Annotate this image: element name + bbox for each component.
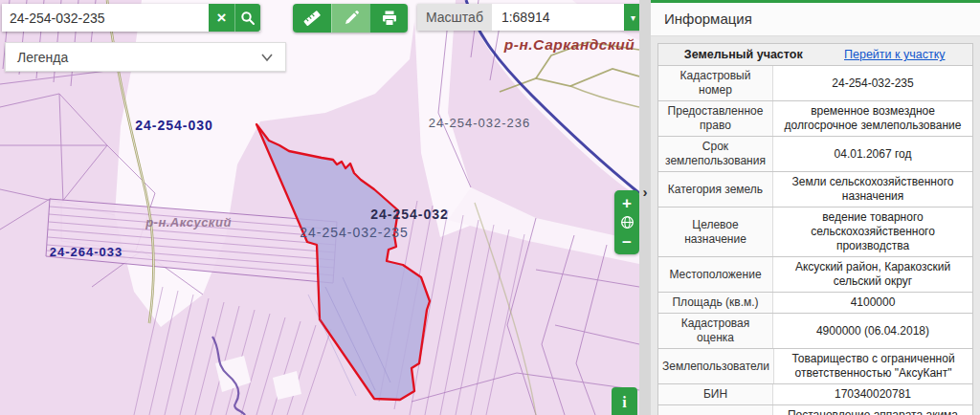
table-row: Основания возникновения Постановление ап… xyxy=(658,404,972,415)
row-value: Аксуский район, Каракозский сельский окр… xyxy=(773,257,972,292)
row-value: Товарищество с ограниченной ответственно… xyxy=(774,349,972,383)
map-label-district-aksuskiy: р-н.Аксуский xyxy=(145,215,232,229)
search-button[interactable] xyxy=(234,4,260,32)
land-plot-table: Земельный участок Перейти к участку Када… xyxy=(657,43,973,415)
zoom-in-button[interactable]: + xyxy=(614,193,639,212)
draw-button[interactable] xyxy=(331,4,369,33)
table-row: Кадастровая оценка 4900000 (06.04.2018) xyxy=(658,313,972,348)
table-row: БИН 170340020781 xyxy=(658,383,972,404)
table-row: Предоставленное право временное возмездн… xyxy=(658,100,972,136)
table-row: Площадь (кв.м.) 4100000 xyxy=(658,292,972,313)
ruler-icon xyxy=(302,9,322,28)
table-row: Категория земель Земли сельскохозяйствен… xyxy=(658,171,972,207)
row-value: ведение товарного сельскохозяйственного … xyxy=(773,208,972,256)
table-row: Местоположение Аксуский район, Каракозск… xyxy=(658,256,972,292)
scale-dropdown-button[interactable]: ▾ xyxy=(624,4,639,31)
close-icon: × xyxy=(217,10,227,26)
row-value: 170340020781 xyxy=(773,384,972,404)
row-value: 4900000 (06.04.2018) xyxy=(773,314,972,348)
map-area: р-н.Саркандский 24-254-030 24-254-032-23… xyxy=(0,0,639,415)
panel-collapse-button[interactable]: › xyxy=(639,182,651,203)
panel-body: Земельный участок Перейти к участку Када… xyxy=(651,36,980,415)
table-row: Кадастровый номер 24-254-032-235 xyxy=(658,65,972,100)
print-button[interactable] xyxy=(369,4,408,33)
info-button[interactable]: i xyxy=(612,387,637,415)
map-label-quarter-24-254-030: 24-254-030 xyxy=(135,118,213,133)
row-label: Кадастровая оценка xyxy=(658,314,773,348)
cadastral-map-app: р-н.Саркандский 24-254-030 24-254-032-23… xyxy=(0,0,980,415)
globe-button[interactable] xyxy=(614,213,639,232)
row-label: Целевое назначение xyxy=(658,208,773,256)
panel-divider: › xyxy=(639,0,651,415)
measure-button[interactable] xyxy=(293,4,331,33)
scale-value[interactable]: 1:68914 xyxy=(492,4,624,31)
row-value: временное возмездное долгосрочное землеп… xyxy=(773,101,972,136)
row-label: Предоставленное право xyxy=(658,101,773,136)
row-label: Кадастровый номер xyxy=(658,66,773,100)
map-toolbar xyxy=(293,4,408,33)
legend-label: Легенда xyxy=(17,50,68,65)
globe-icon xyxy=(620,215,635,229)
row-label: БИН xyxy=(658,384,773,404)
go-to-parcel-link[interactable]: Перейти к участку xyxy=(823,48,967,61)
printer-icon xyxy=(380,9,399,28)
row-value: 04.01.2067 год xyxy=(773,137,972,171)
map-label-district-sarkandskiy: р-н.Саркандский xyxy=(503,36,635,53)
row-value: 4100000 xyxy=(773,293,972,313)
table-row: Целевое назначение ведение товарного сел… xyxy=(658,207,972,256)
search-input[interactable] xyxy=(2,4,209,32)
zoom-out-button[interactable]: − xyxy=(614,232,639,251)
section-title: Земельный участок xyxy=(664,48,823,61)
map-label-quarter-24-254-032: 24-254-032 xyxy=(370,207,449,222)
table-row: Землепользователи Товарищество с огранич… xyxy=(658,348,972,383)
search-bar: × xyxy=(2,4,260,32)
scale-label: Масштаб xyxy=(417,4,492,31)
row-label: Землепользователи xyxy=(658,349,774,383)
clear-search-button[interactable]: × xyxy=(209,4,234,32)
map-label-quarter-24-254-032-236: 24-254-032-236 xyxy=(429,116,531,130)
table-row: Срок землепользования 04.01.2067 год xyxy=(658,136,972,171)
legend-dropdown[interactable]: Легенда xyxy=(5,42,286,72)
row-label: Категория земель xyxy=(658,172,773,207)
row-value: Постановление аппарата акима Аксуского р… xyxy=(773,405,972,415)
search-icon xyxy=(240,11,256,26)
chevron-down-icon xyxy=(260,53,274,62)
map-label-quarter-24-264-033: 24-264-033 xyxy=(50,245,123,259)
row-label: Основания возникновения xyxy=(658,405,773,415)
row-label: Местоположение xyxy=(658,257,773,292)
chevron-down-icon: ▾ xyxy=(631,12,635,23)
map-label-parcel-24-254-032-235: 24-254-032-235 xyxy=(300,225,409,240)
scale-control: Масштаб 1:68914 ▾ xyxy=(417,4,639,31)
zoom-control: + − xyxy=(614,190,639,254)
info-panel: Информация Земельный участок Перейти к у… xyxy=(651,0,980,415)
row-label: Площадь (кв.м.) xyxy=(658,293,773,313)
row-value: 24-254-032-235 xyxy=(773,66,972,100)
pencil-icon xyxy=(343,10,360,27)
row-value: Земли сельскохозяйственного назначения xyxy=(773,172,972,207)
row-label: Срок землепользования xyxy=(658,137,773,171)
panel-title: Информация xyxy=(664,11,967,27)
land-plot-section-header: Земельный участок Перейти к участку xyxy=(658,44,972,65)
panel-header: Информация xyxy=(651,3,980,36)
